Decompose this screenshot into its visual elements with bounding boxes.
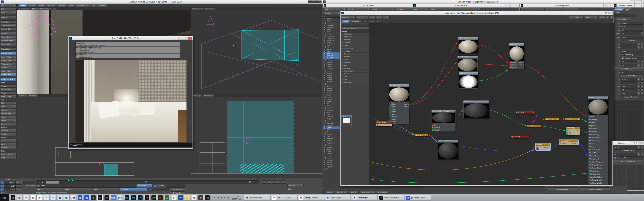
node-category[interactable]: Math <box>342 64 369 67</box>
close-icon[interactable]: ✕ <box>188 37 192 39</box>
tray-icon[interactable]: ⇵ <box>223 197 226 199</box>
sidebar-button[interactable]: Lights▼ <box>0 105 16 108</box>
taskbar-app-icon[interactable]: Ai <box>157 195 164 201</box>
filter-dropdown[interactable] <box>455 8 480 11</box>
scene-item-row[interactable]: Fuggo_lampa <box>323 142 340 144</box>
scene-item-row[interactable]: Padlo <box>323 31 340 33</box>
sidebar-button[interactable]: Help▼ <box>0 11 16 14</box>
sidebar-button[interactable]: All▼ <box>0 139 16 142</box>
tool-icon[interactable]: ⌕ <box>606 16 609 19</box>
scene-item-row[interactable]: Szegely <box>323 133 340 135</box>
scene-item-row[interactable]: Spot_03 <box>323 76 340 79</box>
node-fresnel[interactable]: Fresnel (2) <box>463 100 489 118</box>
sidebar-button[interactable]: Windows▼ <box>0 16 16 19</box>
node-logic[interactable]: Logic (1) <box>526 124 541 127</box>
extra-dropdown[interactable] <box>53 7 57 10</box>
scene-item-row[interactable]: Fiok_01 <box>323 118 340 120</box>
render-globals-row[interactable]: es 1 <box>613 81 644 85</box>
taskbar-app-icon[interactable]: ▦ <box>56 195 63 201</box>
cameras-button[interactable]: Cameras+C <box>120 188 147 191</box>
minimize-icon[interactable]: – <box>599 11 604 14</box>
scene-item-row[interactable]: Lepedo <box>323 126 340 129</box>
scene-item-row[interactable]: Tukor <box>323 135 340 137</box>
maximize-icon[interactable]: ❐ <box>312 0 317 3</box>
node-surface[interactable]: Surface ColorLuminosityDiffuseSpecularGl… <box>588 96 608 185</box>
minimize-icon[interactable]: – <box>178 37 183 39</box>
scene-item-row[interactable]: Lampa_02 <box>323 68 340 70</box>
scene-item-row[interactable]: Dekor_02 <box>323 116 340 118</box>
sidebar-button[interactable]: Load <box>0 81 16 84</box>
sidebar-button[interactable]: Save Scene As^S <box>0 24 16 27</box>
render-globals-row[interactable]: cy 100.0 % <box>613 88 644 92</box>
render-globals-row[interactable]: DOF <box>613 67 644 70</box>
scene-item-row[interactable]: Fal_oldal <box>323 22 340 24</box>
sidebar-button[interactable]: KrayOptions <box>0 47 16 51</box>
node-category[interactable]: RayTrace <box>342 67 369 70</box>
sidebar-button[interactable]: Delete <box>0 150 16 152</box>
maximize-icon[interactable]: ❐ <box>510 4 514 7</box>
sidebar-button[interactable]: Image EditorF6 <box>0 56 16 59</box>
scene-item-row[interactable]: Fuggony_01 <box>323 37 340 39</box>
view-type-dropdown[interactable]: Camera View <box>18 7 30 10</box>
render-globals-row[interactable]: Aspect 1.0 <box>613 32 644 35</box>
item-column-header[interactable]: Item <box>323 15 340 17</box>
taskbar-app-icon[interactable]: Dw <box>150 195 157 201</box>
scene-item-row[interactable]: Konnektor <box>323 146 340 148</box>
taskbar-app-icon[interactable]: ▤ <box>77 195 83 201</box>
scene-item-row[interactable]: Polc_02 <box>323 98 340 100</box>
scene-item-row[interactable]: Kaspo <box>323 140 340 142</box>
tray-icon[interactable]: ⚑ <box>216 197 220 199</box>
sidebar-button[interactable]: Array <box>0 123 16 126</box>
render-globals-row[interactable]: on Custom <box>613 21 644 25</box>
layout-tab[interactable]: FX Tools <box>45 4 58 7</box>
taskbar-window-button[interactable]: ◉ 08A18 - Google C... <box>270 195 297 201</box>
autokey-checkbox[interactable]: ✓ <box>154 185 156 187</box>
render-globals-row[interactable]: er 0.0 % <box>613 92 644 95</box>
scene-item-row[interactable]: Szekreny <box>323 100 340 103</box>
scene-item-row[interactable]: Radiator <box>323 87 340 89</box>
node-category[interactable]: Displacement <box>342 47 369 50</box>
node-category[interactable]: Constant <box>342 41 369 44</box>
node-editor-tab[interactable]: Node Flow <box>349 20 362 23</box>
node-category[interactable]: Shaders <box>342 72 369 75</box>
sidebar-button[interactable]: Select <box>0 136 16 139</box>
taskbar-app-icon[interactable]: µ <box>170 195 177 201</box>
sidebar-button[interactable]: Null^N <box>0 102 16 105</box>
taskbar-window-button[interactable]: ▤ Catalog - Arrowa... <box>297 195 324 201</box>
layout-tab[interactable]: Render <box>56 4 68 7</box>
scene-item-row[interactable]: Szonyeg <box>323 89 340 92</box>
sidebar-button[interactable]: FPrime Master <box>0 43 16 46</box>
taskbar-app-icon[interactable]: ptp <box>117 195 123 201</box>
layout-tab[interactable]: Setup <box>36 4 46 7</box>
surface-name[interactable]: Fal_M <box>342 115 352 117</box>
scene-item-row[interactable]: Lamberia <box>323 153 340 155</box>
render-globals-row[interactable]: en 0.0 % <box>613 85 644 88</box>
sidebar-button[interactable]: Related▼ <box>0 146 16 149</box>
surface-swatch[interactable] <box>343 118 350 123</box>
taskbar-window-button[interactable]: M Modeler™ NewTe... <box>378 195 404 201</box>
timeline-ruler[interactable]: 0 1 10 20 <box>36 180 259 184</box>
render-globals-row[interactable]: Exposure Time: 0.02 s <box>613 95 644 99</box>
camera-properties-button[interactable]: Properties <box>614 17 630 20</box>
sidebar-button[interactable]: Save All Objs <box>0 27 16 31</box>
taskbar-app-icon[interactable]: X <box>164 195 170 201</box>
scene-item-row[interactable]: Fiok_02 <box>323 120 340 122</box>
scene-item-row[interactable]: Ajtokeret <box>323 148 340 150</box>
layout-tab[interactable]: Modify <box>27 4 38 7</box>
scene-item-row[interactable]: Ejjeli_02 <box>323 63 340 65</box>
scene-item-row[interactable]: Kep_02 <box>323 94 340 96</box>
scene-item-row[interactable]: Vaza <box>323 111 340 113</box>
scene-item-row[interactable]: Rejtett_led <box>323 157 340 159</box>
camera-select-dropdown[interactable] <box>614 14 637 17</box>
node-p-control[interactable]: P_CONTROL (1) Scale <box>376 121 392 126</box>
sidebar-button[interactable] <box>0 14 16 15</box>
render-globals-row[interactable]: le 0.0 <box>613 63 644 67</box>
maximize-icon[interactable]: ❐ <box>183 37 188 39</box>
node-editor-tab[interactable]: Nodes <box>341 20 350 23</box>
layout-tab[interactable]: Items <box>18 4 28 7</box>
scene-item-row[interactable]: Kep_01 <box>323 92 340 94</box>
view-type-dropdown[interactable]: Perspective <box>192 7 204 10</box>
scene-item-row[interactable]: Parketta <box>323 131 340 133</box>
scene-editor-menu[interactable]: Visibility▼ <box>347 8 370 11</box>
transport-button[interactable]: ◀◀ <box>262 180 266 184</box>
